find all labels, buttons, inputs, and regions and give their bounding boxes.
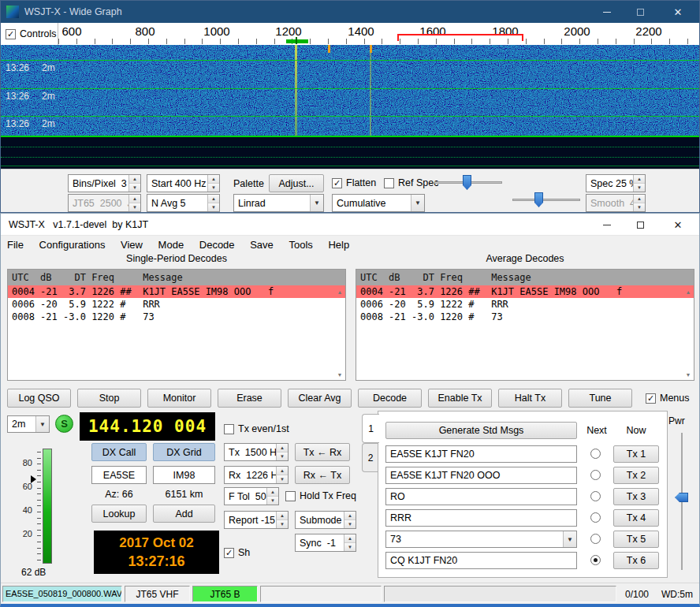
tab-2[interactable]: 2: [362, 443, 378, 472]
scroll-down-icon[interactable]: ▼: [335, 370, 344, 379]
ref-spec-checkbox[interactable]: Ref Spec: [384, 177, 438, 188]
checkbox-icon[interactable]: [285, 491, 296, 501]
clear-avg-button[interactable]: Clear Avg: [288, 389, 352, 408]
checkbox-icon[interactable]: [6, 29, 16, 39]
decode-row[interactable]: 0006 -20 5.9 1222 # RRR: [356, 298, 694, 311]
spin-arrows-icon[interactable]: ▲▼: [207, 195, 219, 211]
decode-row[interactable]: 0008 -21 -3.0 1220 # 73: [8, 311, 345, 323]
wide-graph-titlebar[interactable]: WSJT-X - Wide Graph ✕: [1, 1, 699, 23]
menu-mode[interactable]: Mode: [152, 236, 191, 254]
spectrum-mode-select[interactable]: Cumulative ▼: [332, 194, 425, 212]
waterfall[interactable]: 13:26 2m 13:26 2m 13:26 2m: [1, 45, 699, 136]
spin-arrows-icon[interactable]: ▲▼: [276, 512, 288, 528]
tx6-message-field[interactable]: CQ K1JT FN20: [385, 552, 577, 569]
palette-select[interactable]: Linrad ▼: [233, 194, 324, 212]
tx4-message-field[interactable]: RRR: [385, 509, 577, 527]
menu-save[interactable]: Save: [244, 236, 280, 254]
spec-percent-spinner[interactable]: Spec 25 % ▲▼: [586, 174, 646, 192]
add-button[interactable]: Add: [153, 505, 215, 523]
submode-spinner[interactable]: Submode B ▲▼: [295, 511, 356, 529]
checkbox-icon[interactable]: [224, 548, 234, 558]
tx5-next-radio[interactable]: [590, 534, 601, 544]
decode-row[interactable]: 0008 -21 -3.0 1220 # 73: [356, 311, 694, 323]
scroll-down-icon[interactable]: ▼: [683, 370, 693, 379]
close-icon[interactable]: ✕: [657, 1, 699, 23]
f-tol-spinner[interactable]: F Tol 50 ▲▼: [224, 487, 279, 505]
menu-help[interactable]: Help: [322, 236, 356, 254]
frequency-scale[interactable]: Controls 600 800 1000 1200 1400 1600 180…: [1, 23, 699, 45]
log-qso-button[interactable]: Log QSO: [7, 389, 71, 408]
dx-call-field[interactable]: EA5SE: [91, 466, 147, 484]
spin-arrows-icon[interactable]: ▲▼: [633, 195, 645, 211]
close-icon[interactable]: ✕: [657, 214, 699, 236]
halt-tx-button[interactable]: Halt Tx: [498, 389, 562, 408]
decode-button[interactable]: Decode: [358, 389, 422, 408]
chevron-down-icon[interactable]: ▼: [563, 531, 576, 547]
tx2-message-field[interactable]: EA5SE K1JT FN20 OOO: [385, 467, 577, 484]
generate-std-msgs-button[interactable]: Generate Std Msgs: [385, 422, 577, 439]
tx3-now-button[interactable]: Tx 3: [613, 488, 659, 505]
stop-button[interactable]: Stop: [77, 389, 141, 408]
rig-status-indicator[interactable]: S: [55, 415, 73, 433]
erase-button[interactable]: Erase: [218, 389, 281, 408]
tx4-now-button[interactable]: Tx 4: [613, 509, 659, 527]
tx2-now-button[interactable]: Tx 2: [613, 467, 659, 484]
tx5-now-button[interactable]: Tx 5: [613, 531, 659, 548]
slider-handle[interactable]: [534, 192, 543, 207]
menus-checkbox[interactable]: Menus: [646, 393, 690, 404]
pwr-slider-handle[interactable]: [675, 493, 688, 502]
spin-arrows-icon[interactable]: ▲▼: [633, 175, 645, 192]
checkbox-icon[interactable]: [646, 393, 656, 404]
spin-arrows-icon[interactable]: ▲▼: [344, 512, 356, 528]
bins-pixel-spinner[interactable]: Bins/Pixel 3 ▲▼: [68, 174, 141, 192]
tx1-message-field[interactable]: EA5SE K1JT FN20: [385, 445, 577, 463]
flatten-checkbox[interactable]: Flatten: [332, 177, 376, 188]
tx3-message-field[interactable]: RO: [385, 488, 577, 505]
decode-row[interactable]: 0004 -21 3.7 1226 ## K1JT EA5SE IM98 OOO…: [356, 285, 694, 298]
tab-1[interactable]: 1: [362, 414, 379, 443]
checkbox-icon[interactable]: [224, 424, 234, 434]
spin-arrows-icon[interactable]: ▲▼: [128, 195, 140, 211]
tx-even-checkbox[interactable]: Tx even/1st: [224, 423, 289, 434]
sync-spinner[interactable]: Sync -1 ▲▼: [295, 534, 356, 552]
enable-tx-button[interactable]: Enable Tx: [428, 389, 492, 408]
tx5-message-select[interactable]: 73 ▼: [385, 531, 577, 548]
waterfall-zero-slider[interactable]: [511, 192, 582, 209]
menu-file[interactable]: File: [1, 236, 30, 254]
tx1-now-button[interactable]: Tx 1: [613, 445, 659, 463]
chevron-down-icon[interactable]: ▼: [310, 195, 323, 211]
tx6-now-button[interactable]: Tx 6: [613, 552, 659, 569]
chevron-down-icon[interactable]: ▼: [411, 195, 424, 211]
spin-arrows-icon[interactable]: ▲▼: [276, 467, 288, 483]
minimize-icon[interactable]: [590, 1, 624, 23]
tx4-next-radio[interactable]: [590, 512, 601, 523]
tx-freq-spinner[interactable]: Tx 1500 Hz ▲▼: [224, 443, 289, 461]
monitor-button[interactable]: Monitor: [147, 389, 211, 408]
menu-decode[interactable]: Decode: [193, 236, 241, 254]
dx-grid-field[interactable]: IM98: [153, 466, 215, 484]
spin-arrows-icon[interactable]: ▲▼: [207, 175, 219, 192]
tx1-next-radio[interactable]: [590, 449, 601, 459]
menu-view[interactable]: View: [114, 236, 149, 254]
scroll-up-icon[interactable]: ▲: [683, 287, 693, 296]
maximize-icon[interactable]: [624, 1, 657, 23]
tx3-next-radio[interactable]: [590, 491, 601, 501]
rx-from-tx-button[interactable]: Rx ← Tx: [295, 466, 350, 484]
decode-row[interactable]: 0004 -21 3.7 1226 ## K1JT EA5SE IM98 OOO…: [8, 285, 345, 298]
spin-arrows-icon[interactable]: ▲▼: [128, 175, 140, 192]
menu-tools[interactable]: Tools: [282, 236, 318, 254]
hold-tx-freq-checkbox[interactable]: Hold Tx Freq: [285, 490, 356, 501]
slider-handle[interactable]: [463, 175, 471, 190]
n-avg-spinner[interactable]: N Avg 5 ▲▼: [147, 194, 220, 212]
checkbox-icon[interactable]: [384, 178, 394, 188]
main-titlebar[interactable]: WSJT-X v1.7.1-devel by K1JT ✕: [1, 214, 699, 236]
chevron-down-icon[interactable]: ▼: [35, 416, 49, 432]
pwr-slider[interactable]: [674, 431, 690, 572]
waterfall-gain-slider[interactable]: [433, 174, 504, 192]
rx-freq-spinner[interactable]: Rx 1226 Hz ▲▼: [224, 466, 289, 484]
band-select[interactable]: 2m ▼: [7, 415, 50, 433]
adjust-button[interactable]: Adjust...: [269, 174, 324, 192]
start-freq-spinner[interactable]: Start 400 Hz ▲▼: [147, 174, 220, 192]
spin-arrows-icon[interactable]: ▲▼: [266, 488, 278, 505]
spin-arrows-icon[interactable]: ▲▼: [344, 534, 356, 551]
